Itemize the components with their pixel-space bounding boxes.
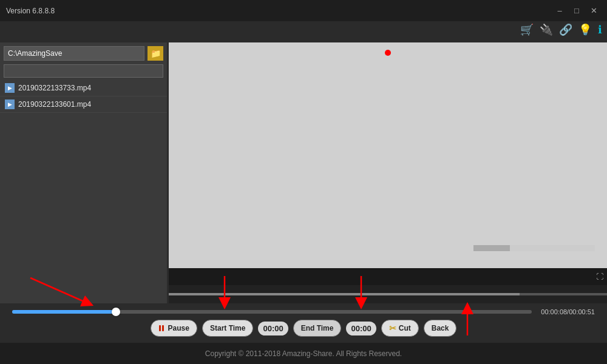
info-icon[interactable]: ℹ bbox=[598, 23, 602, 36]
plugin-icon[interactable]: 🔌 bbox=[540, 23, 553, 36]
close-button[interactable]: ✕ bbox=[585, 4, 602, 18]
end-time-label: End Time bbox=[301, 324, 334, 332]
video-bottom-bar: ⛶ bbox=[169, 268, 607, 285]
video-scrollbar[interactable] bbox=[473, 245, 595, 251]
path-input[interactable] bbox=[4, 46, 144, 61]
cut-button[interactable]: ✂ Cut bbox=[381, 320, 419, 337]
start-time-button[interactable]: Start Time bbox=[202, 320, 253, 337]
version-text: Version 6.8.8.8 bbox=[6, 7, 55, 15]
video-area: ⛶ bbox=[169, 42, 607, 303]
footer: Copyright © 2011-2018 Amazing-Share. All… bbox=[0, 343, 607, 364]
time-display: 00:00:08/00:00:51 bbox=[541, 308, 595, 315]
file-icon: ▶ bbox=[5, 99, 15, 109]
minimize-button[interactable]: – bbox=[551, 4, 568, 18]
pause-button[interactable]: Pause bbox=[151, 320, 197, 337]
seekbar-track[interactable] bbox=[12, 310, 532, 314]
seekbar-fill bbox=[12, 310, 116, 314]
cut-label: Cut bbox=[399, 324, 411, 332]
end-time-value: 00:00 bbox=[346, 322, 376, 335]
progress-fill bbox=[169, 293, 520, 295]
video-player[interactable] bbox=[169, 42, 607, 268]
back-button[interactable]: Back bbox=[424, 320, 457, 337]
back-label: Back bbox=[432, 324, 449, 332]
list-item[interactable]: ▶ 20190322133601.mp4 bbox=[0, 96, 167, 113]
seekbar-row: 00:00:08/00:00:51 bbox=[0, 303, 607, 317]
end-time-button[interactable]: End Time bbox=[293, 320, 342, 337]
file-list: ▶ 20190322133733.mp4 ▶ 20190322133601.mp… bbox=[0, 80, 167, 303]
video-progress-bar[interactable] bbox=[169, 285, 607, 303]
left-panel: 📁 ▶ 20190322133733.mp4 ▶ 20190322133601.… bbox=[0, 42, 167, 303]
list-item[interactable]: ▶ 20190322133733.mp4 bbox=[0, 80, 167, 96]
seekbar-thumb[interactable] bbox=[112, 308, 120, 316]
path-bar: 📁 bbox=[0, 42, 167, 64]
file-icon: ▶ bbox=[5, 83, 15, 93]
titlebar: Version 6.8.8.8 – □ ✕ bbox=[0, 0, 607, 21]
start-time-label: Start Time bbox=[210, 324, 245, 332]
file-name: 20190322133733.mp4 bbox=[18, 84, 91, 92]
scissors-icon: ✂ bbox=[389, 323, 396, 333]
scrollbar-thumb[interactable] bbox=[473, 245, 510, 251]
video-marker bbox=[385, 50, 391, 56]
bottom-controls: 00:00:08/00:00:51 Pause Start Time 00:00… bbox=[0, 303, 607, 343]
file-name: 20190322133601.mp4 bbox=[18, 100, 91, 109]
pause-icon bbox=[158, 325, 166, 332]
cart-icon[interactable]: 🛒 bbox=[520, 23, 534, 36]
link-icon[interactable]: 🔗 bbox=[559, 23, 572, 36]
start-time-value: 00:00 bbox=[258, 322, 288, 335]
progress-background bbox=[169, 293, 607, 295]
folder-button[interactable]: 📁 bbox=[148, 46, 163, 61]
search-input[interactable] bbox=[4, 64, 163, 78]
search-bar bbox=[4, 64, 163, 78]
bulb-icon[interactable]: 💡 bbox=[578, 23, 592, 36]
copyright-text: Copyright © 2011-2018 Amazing-Share. All… bbox=[205, 349, 402, 358]
maximize-button[interactable]: □ bbox=[568, 4, 585, 18]
pause-label: Pause bbox=[168, 324, 189, 332]
controls-row: Pause Start Time 00:00 End Time 00:00 ✂ … bbox=[0, 317, 607, 340]
toolbar-icons: 🛒 🔌 🔗 💡 ℹ bbox=[520, 23, 602, 36]
fullscreen-icon[interactable]: ⛶ bbox=[596, 272, 603, 281]
